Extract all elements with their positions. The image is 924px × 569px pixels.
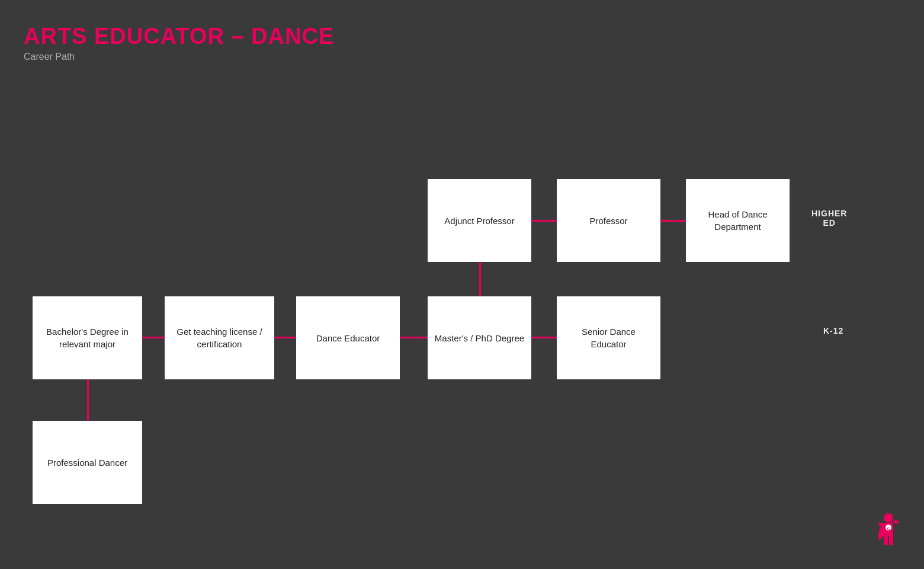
svg-rect-5 [893, 520, 899, 523]
connector-h-4 [531, 220, 557, 222]
page-title: ARTS EDUCATOR – DANCE [24, 24, 334, 49]
hero-icon: G [871, 510, 906, 551]
box-adjunct-professor: Adjunct Professor [428, 179, 531, 262]
svg-text:G: G [887, 527, 890, 530]
label-k12-label: K-12 [823, 326, 843, 335]
box-dance-educator: Dance Educator [296, 296, 400, 379]
box-masters-phd: Master's / PhD Degree [428, 296, 531, 379]
connector-h-0 [142, 337, 165, 338]
svg-point-0 [884, 513, 893, 523]
page-subtitle: Career Path [24, 52, 334, 62]
connector-h-3 [531, 337, 557, 338]
box-professor: Professor [557, 179, 660, 262]
box-professional-dancer: Professional Dancer [33, 421, 142, 504]
connector-h-5 [660, 220, 686, 222]
career-diagram: Bachelor's Degree in relevant majorGet t… [0, 83, 924, 545]
box-head-of-dance: Head of Dance Department [686, 179, 790, 262]
connector-h-2 [400, 337, 428, 338]
connector-v-0 [479, 262, 481, 296]
svg-rect-3 [889, 535, 893, 545]
box-bachelors: Bachelor's Degree in relevant major [33, 296, 142, 379]
svg-rect-4 [878, 523, 884, 526]
svg-rect-2 [884, 535, 888, 545]
label-higher-ed-label: HIGHER ED [811, 209, 847, 228]
connector-v-1 [87, 379, 89, 421]
box-teaching-license: Get teaching license / certification [165, 296, 274, 379]
connector-h-1 [274, 337, 296, 338]
header: ARTS EDUCATOR – DANCE Career Path [24, 24, 334, 62]
box-senior-dance-educator: Senior Dance Educator [557, 296, 660, 379]
